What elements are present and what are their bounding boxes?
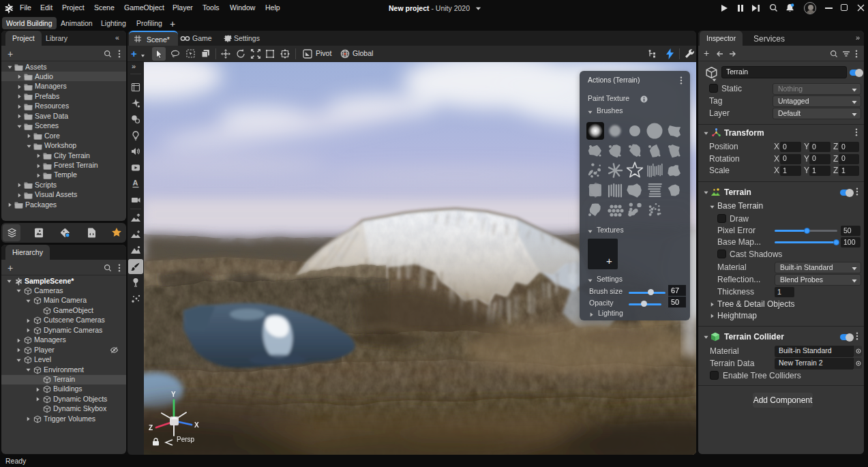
svg-text:A: A — [133, 179, 138, 187]
svg-text:Z: Z — [149, 424, 153, 432]
svg-text:Y: Y — [171, 391, 176, 398]
svg-text:X: X — [194, 421, 199, 429]
